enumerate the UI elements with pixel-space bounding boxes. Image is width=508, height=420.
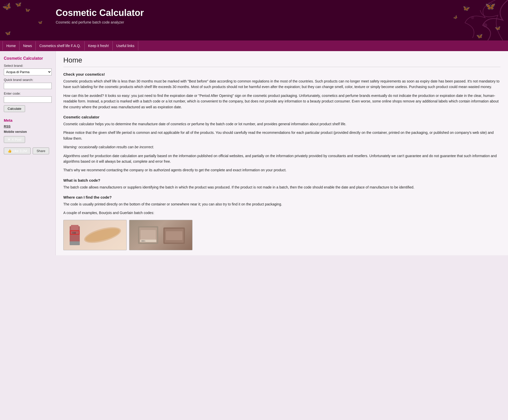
rss-link[interactable]: RSS <box>4 124 52 128</box>
svg-rect-4 <box>70 241 80 245</box>
svg-rect-3 <box>71 225 79 230</box>
svg-text:3B01: 3B01 <box>141 240 145 242</box>
fb-like-label: Like 3.2M <box>13 149 27 153</box>
example-images: C08 3B01 <box>63 220 500 250</box>
brand-select[interactable]: Acqua di Parma <box>4 69 52 75</box>
section-find-code: Where can I find the code? The code is u… <box>63 195 500 250</box>
example-image-1: C08 <box>63 220 127 250</box>
sidebar-title: Cosmetic Calculator <box>4 56 52 61</box>
page-layout: Cosmetic Calculator Select brand: Acqua … <box>0 51 508 255</box>
nav-links[interactable]: Useful links <box>113 41 138 50</box>
fb-icon: 👍 <box>8 149 12 153</box>
social-row: 👍 Like 3.2M Share <box>4 148 52 154</box>
nav-home[interactable]: Home <box>3 41 19 50</box>
nav-fresh[interactable]: Keep it fresh! <box>85 41 113 50</box>
warning-italic: Warning: occasionally calculation result… <box>63 145 154 149</box>
heading-check-cosmetics: Check your cosmetics! <box>63 72 500 76</box>
para-calc-2: Please notice that the given shelf life … <box>63 130 500 141</box>
x-icon: ✕ <box>8 138 10 141</box>
para-check-1: Cosmetic products which shelf life is le… <box>63 78 500 90</box>
para-batch-1: The batch code allows manufacturers or s… <box>63 184 500 190</box>
section-check-cosmetics: Check your cosmetics! Cosmetic products … <box>63 72 500 110</box>
para-find-2: A couple of examples, Bourjois and Guerl… <box>63 210 500 216</box>
tube-svg: C08 <box>65 221 125 249</box>
quick-search-label: Quick brand search: <box>4 78 52 82</box>
compact-svg: 3B01 <box>130 221 191 249</box>
heading-find-code: Where can I find the code? <box>63 195 500 199</box>
code-input[interactable] <box>4 96 52 103</box>
section-calculator: Cosmetic calculator Cosmetic calculator … <box>63 115 500 173</box>
fb-like-button[interactable]: 👍 Like 3.2M <box>4 148 31 154</box>
nav-news[interactable]: News <box>19 41 36 50</box>
warning-text: Warning: occasionally calculation result… <box>63 144 500 150</box>
main-content: Home Check your cosmetics! Cosmetic prod… <box>56 51 508 255</box>
heading-calculator: Cosmetic calculator <box>63 115 500 119</box>
header: 🦋 🦋 🦋 🦋 🦋 🦋 🦋 🦋 🦋 🦋 Cosmetic Calculator … <box>0 0 508 40</box>
svg-rect-16 <box>166 231 182 240</box>
nav-faq[interactable]: Cosmetics shelf life F.A.Q. <box>36 41 84 50</box>
para-calc-1: Cosmetic calculator helps you to determi… <box>63 121 500 127</box>
meta-section: Meta RSS Mobile version ✕ X Post 👍 Like … <box>4 118 52 154</box>
heading-batch-code: What is batch code? <box>63 178 500 182</box>
enter-code-label: Enter code: <box>4 92 52 95</box>
para-check-2: How can this be avoided? It looks so eas… <box>63 93 500 110</box>
select-brand-label: Select brand: <box>4 64 52 68</box>
sidebar: Cosmetic Calculator Select brand: Acqua … <box>0 51 56 255</box>
para-warning-1: Algorithms used for production date calc… <box>63 153 500 164</box>
x-post-button[interactable]: ✕ X Post <box>4 136 25 143</box>
svg-rect-11 <box>141 230 156 240</box>
example-image-2: 3B01 <box>129 220 192 250</box>
main-nav: Home News Cosmetics shelf life F.A.Q. Ke… <box>0 40 508 51</box>
meta-title: Meta <box>4 118 52 122</box>
site-subtitle: Cosmetic and perfume batch code analyzer <box>56 20 503 24</box>
section-batch-code: What is batch code? The batch code allow… <box>63 178 500 190</box>
calculate-button[interactable]: Calculate <box>4 105 25 112</box>
quick-search-input[interactable] <box>4 83 52 89</box>
page-title: Home <box>63 56 500 67</box>
mobile-version-link[interactable]: Mobile version <box>4 130 52 134</box>
para-find-1: The code is usually printed directly on … <box>63 201 500 207</box>
fb-share-button[interactable]: Share <box>33 148 49 154</box>
x-post-label: X Post <box>12 138 21 141</box>
site-title: Cosmetic Calculator <box>56 8 503 18</box>
para-warning-2: That's why we recommend contacting the c… <box>63 167 500 173</box>
fb-share-label: Share <box>36 149 45 153</box>
svg-text:C08: C08 <box>72 232 76 234</box>
